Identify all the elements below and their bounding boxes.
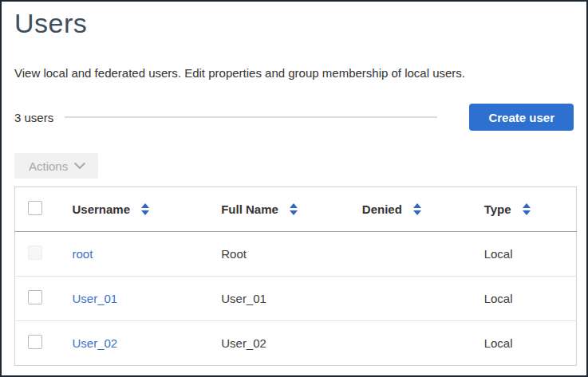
column-label: Username [72, 202, 130, 216]
users-page: Users View local and federated users. Ed… [2, 8, 586, 366]
table-row: User_01 User_01 Local [15, 277, 577, 321]
column-label: Denied [362, 202, 402, 216]
column-header-denied: Denied [349, 187, 472, 232]
user-count-label: 3 users [14, 111, 53, 124]
actions-button-label: Actions [29, 159, 68, 173]
sort-arrows-icon[interactable] [290, 203, 298, 215]
row-checkbox[interactable] [28, 290, 42, 304]
username-link[interactable]: User_01 [72, 292, 117, 305]
type-cell: Local [472, 321, 577, 366]
type-cell: Local [472, 277, 577, 321]
row-checkbox [28, 245, 42, 260]
header-checkbox-cell [15, 187, 60, 232]
denied-cell [349, 232, 472, 277]
page-description: View local and federated users. Edit pro… [14, 66, 574, 80]
username-link[interactable]: root [72, 247, 93, 261]
sort-arrows-icon[interactable] [413, 203, 421, 215]
table-header-row: Username Full Name Denied [15, 187, 577, 232]
select-all-checkbox[interactable] [28, 201, 42, 215]
actions-button[interactable]: Actions [14, 153, 98, 179]
table-row: User_02 User_02 Local [15, 321, 577, 366]
column-label: Type [484, 202, 511, 216]
username-link[interactable]: User_02 [72, 336, 117, 350]
users-table: Username Full Name Denied [14, 187, 577, 366]
table-row: root Root Local [15, 232, 577, 277]
sort-arrows-icon[interactable] [141, 203, 149, 215]
column-header-fullname: Full Name [208, 187, 349, 232]
denied-cell [349, 321, 472, 366]
create-user-button[interactable]: Create user [469, 104, 574, 131]
divider [65, 116, 437, 118]
fullname-cell: User_01 [208, 277, 349, 321]
count-row: 3 users Create user [14, 104, 574, 131]
column-header-type: Type [472, 187, 577, 232]
type-cell: Local [472, 232, 577, 277]
row-checkbox-cell [15, 277, 60, 321]
denied-cell [349, 277, 472, 321]
column-label: Full Name [221, 202, 278, 216]
page-title: Users [14, 8, 574, 39]
row-checkbox[interactable] [28, 335, 42, 349]
fullname-cell: User_02 [208, 321, 349, 366]
chevron-down-icon [74, 158, 85, 169]
column-header-username: Username [59, 187, 208, 232]
row-checkbox-cell [15, 321, 60, 366]
row-checkbox-cell [15, 232, 60, 277]
sort-arrows-icon[interactable] [523, 203, 531, 215]
fullname-cell: Root [208, 232, 349, 277]
